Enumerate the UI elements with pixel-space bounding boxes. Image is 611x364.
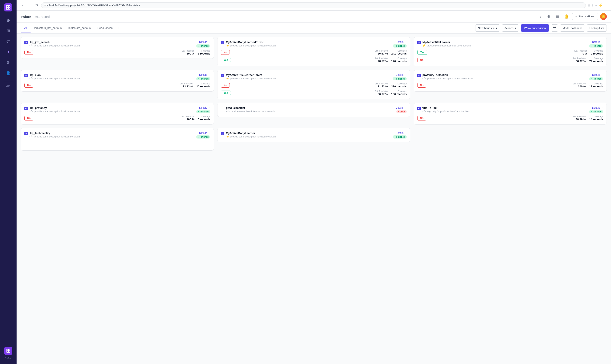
sidebar-icon-user[interactable]: 👤 — [4, 69, 13, 78]
label-no[interactable]: No — [24, 83, 33, 88]
lightning-icon: ⚡ — [226, 77, 229, 80]
label-no[interactable]: No — [24, 50, 33, 55]
tab-bar: All indicators_not_serious indicators_se… — [16, 23, 611, 34]
user-avatar[interactable]: 😊 — [600, 13, 607, 20]
card-checkbox[interactable] — [24, 41, 28, 44]
status-badge: Finished — [196, 135, 210, 139]
svg-rect-5 — [9, 349, 10, 351]
card-metrics: No Est. Precision33.33 % Coverage20 reco… — [24, 82, 210, 88]
translate-icon[interactable]: ⊞ — [587, 3, 590, 7]
card-checkbox[interactable] — [417, 41, 421, 44]
card-header: lkp_job_search </> provide some descript… — [24, 40, 210, 48]
forward-button[interactable]: › — [27, 2, 33, 8]
home-icon-btn[interactable]: ⌂ — [536, 13, 543, 20]
card-title-is-link: title_is_link </> e.g. only "https://pla… — [414, 103, 607, 125]
sidebar-bottom-icon[interactable] — [4, 347, 12, 355]
label-yes[interactable]: Yes — [417, 50, 427, 55]
card-name: title_is_link — [422, 106, 437, 109]
label-yes[interactable]: Yes — [221, 58, 231, 62]
details-link[interactable]: Details → — [396, 106, 407, 109]
document-icon-btn[interactable]: ☰ — [554, 13, 561, 20]
details-link[interactable]: Details → — [592, 73, 603, 76]
card-desc: e.g. only "https://playchess" and the li… — [427, 110, 470, 113]
actions-button[interactable]: Actions ▾ — [502, 24, 519, 32]
card-checkbox[interactable] — [417, 74, 421, 77]
sidebar-icon-settings[interactable]: ⚙ — [4, 58, 13, 67]
label-yes[interactable]: Yes — [221, 91, 231, 95]
details-link[interactable]: Details → — [199, 73, 210, 76]
bookmark-icon[interactable]: ☆ — [595, 3, 598, 7]
card-checkbox[interactable] — [221, 41, 224, 44]
details-link[interactable]: Details → — [199, 131, 210, 134]
tab-seriousness[interactable]: Seriousness — [94, 24, 116, 32]
settings-icon-btn[interactable]: ⚙ — [545, 13, 552, 20]
card-myactivetitlelearnerforest: MyActiveTitleLearnerForest ⚡ provide som… — [217, 70, 410, 99]
code-icon: </> — [29, 77, 33, 80]
svg-rect-6 — [7, 351, 8, 352]
extensions-icon[interactable]: ⚡ — [599, 3, 603, 7]
details-link[interactable]: Details → — [396, 40, 407, 43]
card-header: MyActiveTitleLearnerForest ⚡ provide som… — [221, 73, 407, 80]
svg-rect-2 — [6, 8, 8, 9]
label-no[interactable]: No — [24, 116, 33, 120]
tab-add-button[interactable]: + — [116, 24, 122, 32]
sidebar-icon-grid[interactable]: ⊞ — [4, 26, 13, 35]
card-metrics-no: No Est. Precision66.67 % Coverage74 reco… — [417, 57, 603, 63]
card-header: MyActiveBodyLearner ⚡ provide some descr… — [221, 131, 407, 139]
details-link[interactable]: Details → — [199, 40, 210, 43]
menu-icon[interactable]: ⋮ — [604, 3, 608, 7]
card-checkbox[interactable] — [221, 132, 224, 135]
card-metrics-yes: Yes Est. Precision0 % Coverage9 records — [417, 50, 603, 55]
sidebar-icon-lightbulb[interactable]: ✦ — [4, 48, 13, 56]
weak-supervision-button[interactable]: Weak supervision — [521, 24, 549, 32]
star-github-button[interactable]: ☆ Star on GitHub — [572, 13, 598, 20]
label-no[interactable]: No — [221, 83, 230, 88]
code-icon: </> — [226, 110, 230, 113]
details-link[interactable]: Details → — [396, 131, 407, 134]
details-link[interactable]: Details → — [396, 73, 407, 76]
status-badge: Finished — [393, 77, 407, 80]
tab-all[interactable]: All — [21, 24, 31, 32]
card-checkbox[interactable] — [24, 132, 28, 135]
reload-button[interactable]: ↻ — [34, 2, 39, 8]
card-name: MyActiveTitleLearnerForest — [226, 73, 262, 77]
card-name: gpt3_classifier — [226, 106, 245, 109]
status-badge: Finished — [589, 44, 603, 48]
lookup-lists-button[interactable]: Lookup lists — [587, 24, 607, 32]
card-name: profanity_detection — [422, 73, 448, 77]
sidebar-logo[interactable] — [4, 3, 12, 12]
card-checkbox[interactable] — [417, 107, 421, 110]
card-checkbox[interactable] — [221, 74, 224, 77]
card-profanity-detection: profanity_detection </> provide some des… — [414, 70, 607, 92]
label-no[interactable]: No — [417, 58, 426, 62]
card-checkbox[interactable] — [24, 74, 28, 77]
card-checkbox[interactable] — [221, 107, 224, 110]
card-metrics-placeholder — [24, 141, 210, 147]
details-link[interactable]: Details → — [199, 106, 210, 109]
waveform-icon-btn[interactable] — [551, 24, 558, 32]
sidebar-icon-tag[interactable]: 🏷 — [4, 37, 13, 46]
label-no[interactable]: No — [417, 116, 426, 120]
details-link[interactable]: Details → — [592, 106, 603, 109]
svg-rect-3 — [9, 8, 10, 9]
label-no[interactable]: No — [221, 50, 230, 55]
card-header: profanity_detection </> provide some des… — [417, 73, 603, 80]
sidebar-icon-chart[interactable]: ◕ — [4, 16, 13, 25]
back-button[interactable]: ‹ — [20, 2, 26, 8]
sidebar-divider — [4, 81, 13, 81]
model-callbacks-button[interactable]: Model callbacks — [560, 24, 585, 32]
new-heuristic-button[interactable]: New heuristic ▾ — [475, 24, 500, 32]
sidebar-api-label[interactable]: API — [6, 85, 10, 87]
bell-icon-btn[interactable]: 🔔 — [563, 13, 570, 20]
card-desc: provide some description for documentati… — [427, 44, 472, 47]
download-icon[interactable]: ↓ — [591, 3, 593, 7]
details-link[interactable]: Details → — [592, 40, 603, 43]
url-bar[interactable]: localhost:4455/refinery/projects/c26d158… — [41, 2, 586, 8]
tab-indicators-not-serious[interactable]: indicators_not_serious — [31, 24, 65, 32]
card-checkbox[interactable] — [24, 107, 28, 110]
card-desc: provide some description for documentati… — [34, 135, 79, 138]
label-no[interactable]: No — [417, 83, 426, 88]
tab-indicators-serious[interactable]: indicators_serious — [65, 24, 94, 32]
sidebar-version: v1.9.0 — [5, 357, 11, 359]
chevron-down-icon: ▾ — [496, 26, 497, 30]
